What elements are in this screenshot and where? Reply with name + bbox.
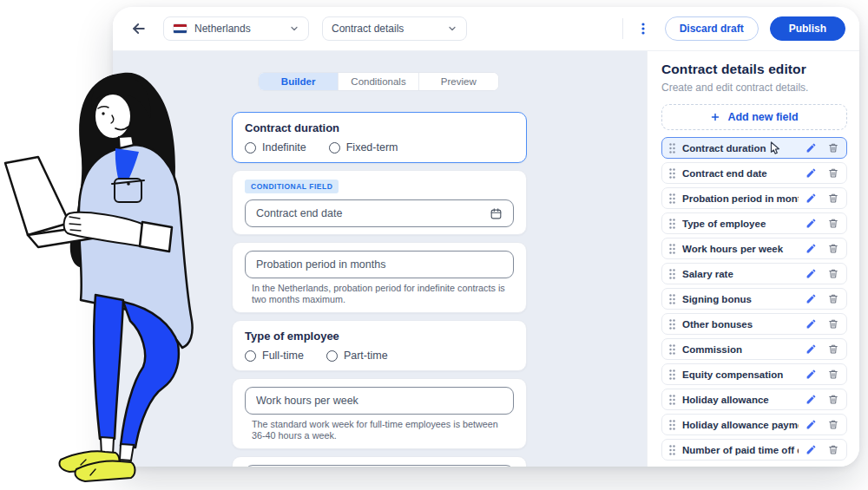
add-new-field-label: Add new field [727,111,798,123]
drag-handle-icon[interactable] [669,168,675,179]
drag-handle-icon[interactable] [669,319,675,330]
radio-fixed-term-label: Fixed-term [346,141,398,154]
edit-pencil-icon[interactable] [806,394,817,405]
panel-title: Contract details editor [661,62,847,77]
delete-trash-icon[interactable] [828,167,838,179]
contract-end-date-input[interactable] [256,207,483,219]
work-hours-input[interactable] [256,395,503,407]
delete-trash-icon[interactable] [828,243,838,254]
field-row-holiday-allowance-frequency[interactable]: Holiday allowance payment fre... [661,414,847,435]
drag-handle-icon[interactable] [669,395,675,405]
work-hours-field[interactable] [245,387,514,415]
field-row-work-hours[interactable]: Work hours per week [661,238,847,259]
card-work-hours[interactable]: The standard work week for full-time emp… [232,378,527,449]
radio-part-time[interactable]: Part-time [326,350,388,362]
drag-handle-icon[interactable] [669,445,675,455]
field-row-salary-rate[interactable]: Salary rate [661,263,847,284]
edit-pencil-icon[interactable] [806,343,817,355]
field-row-label: Number of paid time off days [682,445,799,455]
edit-pencil-icon[interactable] [806,444,817,455]
radio-circle-icon [326,350,338,362]
card-contract-duration[interactable]: Contract duration Indefinite Fixed-term [232,112,527,163]
tab-builder[interactable]: Builder [259,73,339,90]
field-row-other-bonuses[interactable]: Other bonuses [661,313,847,335]
edit-pencil-icon[interactable] [806,318,817,330]
drag-handle-icon[interactable] [669,244,675,254]
publish-button[interactable]: Publish [770,16,845,41]
template-select[interactable]: Contract details [322,16,467,41]
card-probation-period[interactable]: In the Netherlands, probation period for… [232,242,527,313]
field-row-label: Work hours per week [682,244,799,254]
delete-trash-icon[interactable] [828,394,838,405]
probation-period-field[interactable] [245,251,514,278]
field-row-contract-end-date[interactable]: Contract end date [661,162,847,184]
edit-pencil-icon[interactable] [806,142,817,154]
delete-trash-icon[interactable] [828,318,838,330]
delete-trash-icon[interactable] [828,369,838,380]
field-row-holiday-allowance[interactable]: Holiday allowance [661,389,847,410]
field-row-actions [806,394,838,405]
delete-trash-icon[interactable] [828,268,838,279]
card-salary-rate[interactable]: Salary rate [232,456,527,467]
tab-preview[interactable]: Preview [419,73,498,90]
back-button[interactable] [127,16,151,41]
delete-trash-icon[interactable] [828,193,838,204]
more-options-button[interactable] [634,18,653,39]
chevron-down-icon [289,23,299,34]
field-row-commission[interactable]: Commission [661,338,847,360]
country-select[interactable]: Netherlands [163,16,309,41]
field-row-contract-duration[interactable]: Contract duration [661,137,847,159]
probation-helper-text: In the Netherlands, probation period for… [245,283,514,305]
edit-pencil-icon[interactable] [806,268,817,279]
radio-fixed-term[interactable]: Fixed-term [329,141,398,154]
contract-end-date-field[interactable] [245,199,514,227]
radio-circle-icon [245,142,256,154]
top-bar: Netherlands Contract details Discard dra… [113,7,859,50]
drag-handle-icon[interactable] [669,143,675,154]
drag-handle-icon[interactable] [669,294,675,304]
delete-trash-icon[interactable] [828,343,838,355]
delete-trash-icon[interactable] [828,142,838,154]
probation-period-input[interactable] [256,258,503,271]
drag-handle-icon[interactable] [669,193,675,204]
delete-trash-icon[interactable] [828,218,838,229]
field-row-probation-period[interactable]: Probation period in months [661,187,847,209]
field-list: Contract duration Contract end date [661,137,847,461]
discard-draft-button[interactable]: Discard draft [665,16,759,41]
field-row-label: Equity compensation [682,369,799,380]
drag-handle-icon[interactable] [669,269,675,279]
field-row-type-of-employee[interactable]: Type of employee [661,212,847,234]
card-type-of-employee[interactable]: Type of employee Full-time Part-time [232,320,527,371]
radio-full-time[interactable]: Full-time [245,350,304,362]
add-new-field-button[interactable]: Add new field [661,104,847,130]
edit-pencil-icon[interactable] [806,167,817,179]
radio-indefinite[interactable]: Indefinite [245,141,306,154]
edit-pencil-icon[interactable] [806,293,817,304]
delete-trash-icon[interactable] [828,293,838,304]
field-row-signing-bonus[interactable]: Signing bonus [661,288,847,310]
edit-pencil-icon[interactable] [806,218,817,229]
edit-pencil-icon[interactable] [806,369,817,380]
edit-pencil-icon[interactable] [806,419,817,430]
radio-full-time-label: Full-time [262,350,304,362]
cursor-pointer-icon [768,141,780,155]
edit-pencil-icon[interactable] [806,193,817,204]
delete-trash-icon[interactable] [828,419,838,430]
field-row-label: Salary rate [682,269,799,279]
drag-handle-icon[interactable] [669,344,675,355]
conditional-field-badge: CONDITIONAL FIELD [245,180,339,193]
field-row-actions [806,419,838,430]
drag-handle-icon[interactable] [669,420,675,430]
drag-handle-icon[interactable] [669,369,675,380]
salary-rate-select[interactable]: Salary rate [245,465,514,467]
tab-conditionals[interactable]: Conditionals [339,73,418,90]
card-contract-end-date[interactable]: CONDITIONAL FIELD [232,170,527,235]
builder-tabs: Builder Conditionals Preview [258,72,499,91]
field-row-equity-compensation[interactable]: Equity compensation [661,363,847,385]
drag-handle-icon[interactable] [669,219,675,229]
delete-trash-icon[interactable] [828,444,838,455]
edit-pencil-icon[interactable] [806,243,817,254]
field-row-label: Other bonuses [682,319,799,330]
field-row-paid-time-off[interactable]: Number of paid time off days [661,439,847,461]
topbar-divider [622,18,623,39]
